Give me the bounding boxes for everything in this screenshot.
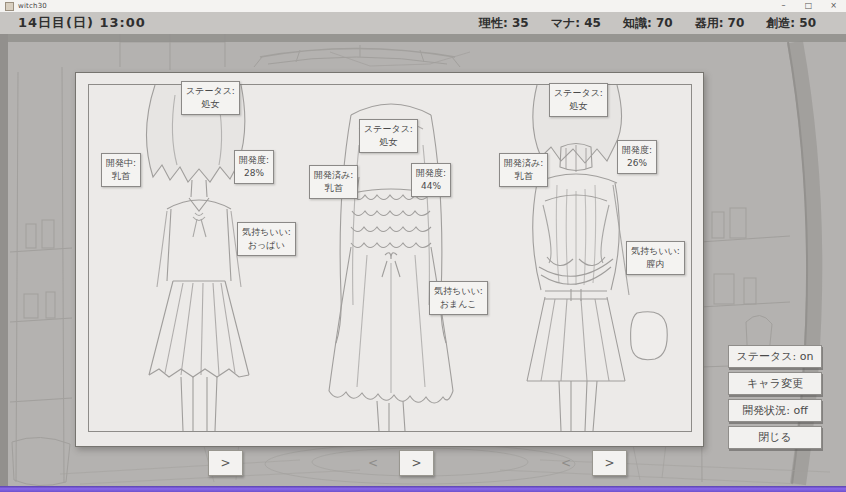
titlebar: witch30 – □ × <box>0 0 846 12</box>
game-window: witch30 – □ × 14日目(日) 13:00 理性: 35 マナ: 4… <box>0 0 846 492</box>
change-character-button[interactable]: キャラ変更 <box>728 372 822 395</box>
char2-prev-button[interactable]: < <box>366 455 380 471</box>
char2-dev-state-tag: 開発済み:乳首 <box>309 165 358 199</box>
ceiling-beam-shadow <box>0 34 846 42</box>
char3-dev-state-tag: 開発済み:乳首 <box>499 153 548 187</box>
character-2-sketch <box>329 104 453 431</box>
char2-status-tag: ステータス:処女 <box>359 119 418 153</box>
stat-knowledge: 知識: 70 <box>623 15 673 32</box>
char1-status-tag: ステータス:処女 <box>181 81 240 115</box>
character-status-panel: ステータス:処女 開発中:乳首 開発度:28% 気持ちいい:おっぱい ステータス… <box>75 72 704 447</box>
stat-dexterity: 器用: 70 <box>695 15 745 32</box>
char3-status-tag: ステータス:処女 <box>549 83 608 117</box>
minimize-button[interactable]: – <box>771 0 796 12</box>
char3-next-button[interactable]: > <box>592 450 627 476</box>
character-1-sketch <box>146 85 249 431</box>
stat-reason: 理性: 35 <box>479 15 529 32</box>
char3-dev-percent-tag: 開発度:26% <box>617 140 657 174</box>
close-window-button[interactable]: × <box>821 0 846 12</box>
maximize-button[interactable]: □ <box>796 0 821 12</box>
char2-next-button[interactable]: > <box>399 450 434 476</box>
char1-next-button[interactable]: > <box>208 450 243 476</box>
close-panel-button[interactable]: 閉じる <box>728 426 822 449</box>
status-bar: 14日目(日) 13:00 理性: 35 マナ: 45 知識: 70 器用: 7… <box>0 12 846 34</box>
app-icon <box>5 2 14 11</box>
date-time-label: 14日目(日) 13:00 <box>18 14 146 32</box>
char1-dev-state-tag: 開発中:乳首 <box>101 153 141 187</box>
status-toggle-button[interactable]: ステータス: on <box>728 345 822 368</box>
window-title: witch30 <box>18 2 771 10</box>
char1-dev-percent-tag: 開発度:28% <box>234 150 274 184</box>
dev-status-toggle-button[interactable]: 開発状況: off <box>728 399 822 422</box>
char2-feel-tag: 気持ちいい:おまんこ <box>429 281 488 315</box>
char3-feel-tag: 気持ちいい:膣内 <box>626 241 685 275</box>
char3-prev-button[interactable]: < <box>559 455 573 471</box>
char1-feel-tag: 気持ちいい:おっぱい <box>237 222 296 256</box>
stat-creativity: 創造: 50 <box>766 15 816 32</box>
char2-dev-percent-tag: 開発度:44% <box>411 163 451 197</box>
stat-mana: マナ: 45 <box>551 15 601 32</box>
window-bottom-border <box>0 486 846 492</box>
player-stats: 理性: 35 マナ: 45 知識: 70 器用: 70 創造: 50 <box>479 15 816 32</box>
